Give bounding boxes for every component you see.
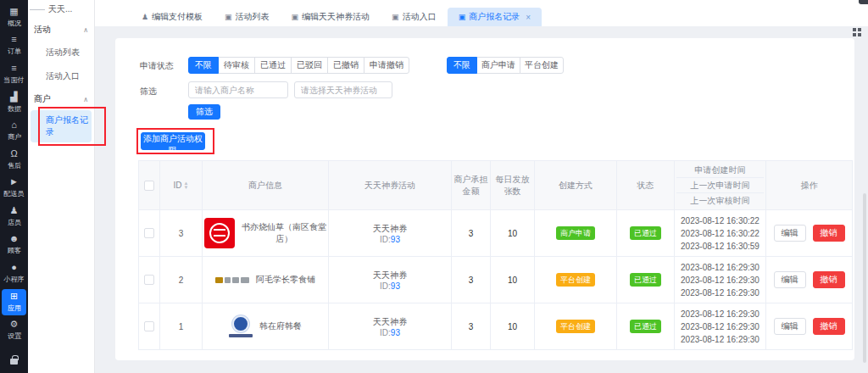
- row-checkbox[interactable]: [144, 275, 154, 285]
- status-filter-label: 申请状态: [140, 60, 174, 72]
- tab-options-grid-icon[interactable]: [853, 28, 862, 37]
- table-header-row: ID▲▼ 商户信息 天天神券活动 商户承担金额 每日发放张数 创建方式 状态 申…: [139, 161, 853, 210]
- records-table: ID▲▼ 商户信息 天天神券活动 商户承担金额 每日发放张数 创建方式 状态 申…: [138, 160, 853, 350]
- rail-item-miniprogram[interactable]: ●小程序: [2, 260, 26, 287]
- add-merchant-activity-permission-button[interactable]: 添加商户活动权限: [141, 132, 205, 150]
- status-option-revoked[interactable]: 已撤销: [327, 57, 364, 74]
- rail-item-aftersales[interactable]: Ω售后: [2, 147, 26, 174]
- cell-amount: 3: [452, 303, 491, 350]
- rail-item-face-pay[interactable]: ≡当面付: [2, 61, 26, 88]
- create-type-badge: 商户申请: [556, 226, 595, 239]
- cell-times: 2023-08-12 16:30:222023-08-12 16:30:2220…: [675, 210, 766, 257]
- sidebar-title: 天天...: [28, 0, 94, 19]
- activity-id-link[interactable]: 93: [391, 281, 400, 291]
- sidebar-group-activity[interactable]: 活动∧: [28, 19, 94, 41]
- panel-icon: ▣: [292, 13, 299, 21]
- cell-times: 2023-08-12 16:29:302023-08-12 16:29:3020…: [675, 303, 766, 350]
- header-id[interactable]: ID▲▼: [160, 161, 203, 210]
- revoke-button[interactable]: 撤销: [813, 271, 845, 288]
- header-times: 申请创建时间 上一次申请时间 上一次审核时间: [675, 161, 766, 210]
- type-option-platform-created[interactable]: 平台创建: [520, 57, 564, 74]
- rail-item-courier[interactable]: ►配送员: [2, 175, 26, 202]
- close-icon[interactable]: ×: [526, 13, 531, 22]
- merchant-name: 韩在府韩餐: [259, 320, 302, 332]
- cell-times: 2023-08-12 16:29:302023-08-12 16:29:3020…: [675, 257, 766, 303]
- rail-item-settings[interactable]: ⚙设置: [2, 317, 26, 344]
- merchant-logo-blue-emblem: [229, 315, 253, 337]
- header-daily: 每日发放张数: [491, 161, 535, 210]
- rail-item-merchant[interactable]: ⌂商户: [2, 118, 26, 145]
- rail-item-overview[interactable]: ▦概况: [2, 4, 26, 31]
- tab-merchant-signup-records[interactable]: ▣商户报名记录×: [448, 8, 542, 26]
- cell-id: 1: [160, 303, 203, 350]
- vertical-scrollbar[interactable]: [863, 193, 866, 363]
- create-type-badge: 平台创建: [556, 320, 595, 332]
- cell-daily: 10: [491, 303, 535, 350]
- tab-activity-list[interactable]: ▣活动列表: [214, 8, 281, 26]
- row-checkbox[interactable]: [144, 228, 154, 238]
- status-option-approved[interactable]: 已通过: [254, 57, 292, 74]
- panel-icon: ▣: [459, 13, 466, 21]
- rail-item-customer[interactable]: ☻顾客: [2, 232, 26, 259]
- type-option-merchant-apply[interactable]: 商户申请: [476, 57, 520, 74]
- activity-id-link[interactable]: 93: [391, 235, 400, 244]
- type-option-all[interactable]: 不限: [447, 57, 477, 74]
- panel-icon: ▣: [225, 13, 232, 21]
- merchant-logo-red-seal: [204, 218, 235, 248]
- filter-submit-button[interactable]: 筛选: [188, 104, 220, 120]
- status-option-rejected[interactable]: 已驳回: [291, 57, 328, 74]
- tab-activity-entry[interactable]: ▣活动入口: [381, 8, 448, 26]
- rail-item-apps[interactable]: ⊞应用: [2, 289, 26, 316]
- status-filter-group: 不限 待审核 已通过 已驳回 已撤销 申请撤销: [188, 57, 409, 74]
- tab-edit-payment-template[interactable]: ♟编辑支付模板: [131, 8, 214, 26]
- keyword-filter-label: 筛选: [140, 86, 157, 97]
- tab-bar: ♟编辑支付模板 ▣活动列表 ▣编辑天天神券活动 ▣活动入口 ▣商户报名记录×: [95, 0, 868, 26]
- create-type-badge: 平台创建: [556, 273, 595, 286]
- panel-icon: ▣: [392, 13, 399, 21]
- activity-id-link[interactable]: 93: [391, 328, 400, 337]
- table-row: 3 书亦烧仙草（南区食堂店） 天天神券ID:93 3 10 商户申请 已通过 2…: [139, 210, 853, 257]
- merchant-name: 书亦烧仙草（南区食堂店）: [242, 221, 326, 245]
- rail-item-orders[interactable]: ≡订单: [2, 33, 26, 60]
- status-badge: 已通过: [630, 320, 661, 332]
- merchant-name: 阿毛学长零食铺: [256, 274, 315, 286]
- header-status: 状态: [617, 161, 675, 210]
- row-checkbox[interactable]: [144, 321, 154, 331]
- header-checkbox-cell: [139, 161, 160, 210]
- merchant-name-input[interactable]: [188, 81, 288, 98]
- status-badge: 已通过: [630, 273, 661, 286]
- sidebar-group-merchant[interactable]: 商户∧: [28, 88, 94, 110]
- courier-icon: ►: [9, 177, 19, 186]
- face-pay-icon: ≡: [11, 64, 16, 73]
- gear-icon: ⚙: [10, 320, 19, 329]
- edit-button[interactable]: 编辑: [774, 271, 806, 288]
- revoke-button[interactable]: 撤销: [813, 225, 845, 242]
- sidebar-item-merchant-signup-records[interactable]: 商户报名记录: [31, 110, 92, 142]
- revoke-button[interactable]: 撤销: [813, 318, 845, 335]
- select-all-checkbox[interactable]: [144, 181, 154, 191]
- edit-button[interactable]: 编辑: [774, 318, 806, 335]
- sidebar-item-activity-list[interactable]: 活动列表: [28, 41, 94, 64]
- chart-icon: ▟: [10, 92, 17, 102]
- chevron-up-icon: ∧: [83, 96, 88, 103]
- rail-item-permissions[interactable]: [2, 346, 26, 372]
- header-amount: 商户承担金额: [452, 161, 491, 210]
- status-option-pending[interactable]: 待审核: [218, 57, 255, 74]
- status-option-revoke-requested[interactable]: 申请撤销: [364, 57, 409, 74]
- rail-item-data[interactable]: ▟数据: [2, 90, 26, 117]
- cell-id: 2: [160, 257, 203, 303]
- sidebar-item-activity-entry[interactable]: 活动入口: [28, 64, 94, 88]
- header-actions: 操作: [766, 161, 853, 210]
- status-option-all[interactable]: 不限: [188, 57, 219, 74]
- coupon-activity-select[interactable]: [294, 81, 392, 98]
- activity-name: 天天神券: [331, 270, 449, 281]
- edit-button[interactable]: 编辑: [774, 225, 806, 242]
- cell-daily: 10: [491, 257, 535, 303]
- rail-item-clerk[interactable]: ♟店员: [2, 203, 26, 231]
- tab-edit-coupon-activity[interactable]: ▣编辑天天神券活动: [281, 8, 381, 26]
- sort-icon[interactable]: ▲▼: [184, 181, 189, 190]
- type-filter-group: 不限 商户申请 平台创建: [447, 57, 564, 74]
- table-row: 2 阿毛学长零食铺 天天神券ID:93 3 10 平台创建 已通过 2023-0…: [139, 257, 853, 303]
- records-card: 申请状态 不限 待审核 已通过 已驳回 已撤销 申请撤销 不限 商户申请 平台创…: [115, 38, 854, 360]
- lock-icon: [10, 359, 18, 365]
